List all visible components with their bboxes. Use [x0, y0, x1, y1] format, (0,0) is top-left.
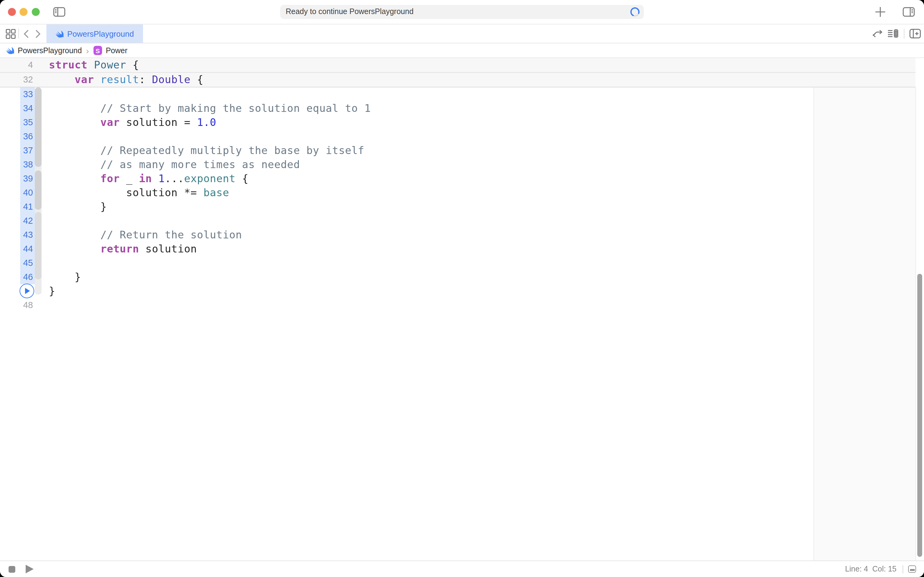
statusbar-divider	[903, 565, 903, 573]
line-number[interactable]: 46	[0, 270, 33, 284]
code-line: }	[0, 284, 813, 298]
breadcrumb-separator-icon: ›	[86, 46, 89, 55]
code-line: 46 }	[0, 270, 813, 284]
code-text[interactable]: }	[49, 270, 81, 284]
close-button[interactable]	[8, 8, 16, 16]
code-token: exponent	[184, 172, 236, 185]
code-text[interactable]: for _ in 1...exponent {	[49, 172, 248, 186]
line-number[interactable]: 38	[0, 158, 33, 172]
code-token: // Return the solution	[49, 229, 242, 241]
inspector-toggle-button[interactable]	[903, 7, 915, 17]
line-number[interactable]: 35	[0, 116, 33, 130]
activity-status-pill[interactable]: Ready to continue PowersPlayground	[280, 5, 644, 19]
line-number[interactable]: 39	[0, 172, 33, 186]
breadcrumb-symbol[interactable]: Power	[106, 46, 127, 55]
breadcrumb-project[interactable]: PowersPlayground	[18, 46, 82, 55]
swap-editors-button[interactable]	[871, 29, 884, 39]
code-text[interactable]: var solution = 1.0	[49, 116, 216, 130]
sticky-scope-header: 4 struct Power { 32 var result: Double {	[0, 58, 916, 87]
code-text[interactable]: // Start by making the solution equal to…	[49, 102, 371, 116]
forward-chevron-icon	[35, 29, 41, 39]
toolbar-divider	[904, 29, 905, 39]
code-lines: 33 34 // Start by making the solution eq…	[0, 87, 813, 312]
code-line: 43 // Return the solution	[0, 228, 813, 242]
line-number[interactable]: 44	[0, 242, 33, 256]
vertical-scrollbar[interactable]	[917, 274, 922, 557]
tab-label: PowersPlayground	[67, 29, 134, 38]
code-token: solution =	[120, 116, 197, 128]
sidebar-toggle-icon	[53, 7, 65, 17]
code-line: 34 // Start by making the solution equal…	[0, 102, 813, 116]
code-token: _	[120, 172, 139, 185]
line-number[interactable]: 40	[0, 186, 33, 200]
code-token: {	[236, 172, 248, 185]
line-number[interactable]: 41	[0, 200, 33, 214]
code-text[interactable]: }	[49, 284, 55, 298]
code-token: var	[101, 116, 120, 128]
code-text[interactable]: var result: Double {	[49, 73, 203, 87]
line-number[interactable]: 4	[0, 58, 33, 72]
code-line: 39 for _ in 1...exponent {	[0, 172, 813, 186]
code-token: }	[49, 285, 55, 297]
code-token: var	[74, 73, 94, 85]
code-token: result	[101, 73, 139, 85]
code-line: 38 // as many more times as needed	[0, 158, 813, 172]
line-number[interactable]: 32	[0, 73, 33, 87]
new-tab-button[interactable]	[875, 7, 885, 17]
title-bar: Ready to continue PowersPlayground	[0, 0, 924, 24]
line-number[interactable]: 34	[0, 102, 33, 116]
code-line: 4 struct Power {	[0, 58, 916, 73]
line-number[interactable]: 33	[0, 87, 33, 102]
code-token: {	[126, 59, 139, 71]
progress-spinner-icon	[630, 7, 640, 17]
traffic-lights	[8, 8, 39, 16]
code-token: {	[191, 73, 203, 85]
code-token: base	[203, 187, 229, 199]
line-number[interactable]: 48	[0, 298, 33, 312]
breadcrumb: PowersPlayground › S Power	[0, 44, 924, 58]
related-items-button[interactable]	[5, 28, 16, 39]
swift-icon	[56, 30, 64, 38]
code-token	[49, 172, 101, 185]
code-token: in	[139, 172, 152, 185]
status-bar: Line: 4 Col: 15	[0, 561, 924, 577]
toolbar-divider	[18, 29, 19, 39]
code-text[interactable]: solution *= base	[49, 186, 229, 200]
run-line-button[interactable]	[19, 284, 34, 298]
navigate-back-button[interactable]	[23, 29, 29, 39]
line-number[interactable]: 42	[0, 214, 33, 228]
results-list-button[interactable]	[887, 29, 899, 39]
bottom-panel-toggle-icon[interactable]	[908, 566, 916, 572]
code-token: 1.0	[197, 116, 216, 128]
code-token: struct	[49, 59, 87, 71]
minimize-button[interactable]	[19, 8, 27, 16]
code-text[interactable]: return solution	[49, 242, 197, 256]
code-text[interactable]: // as many more times as needed	[49, 158, 300, 172]
results-list-icon	[887, 29, 899, 39]
stop-button[interactable]	[8, 566, 15, 573]
line-number[interactable]: 37	[0, 143, 33, 158]
play-icon[interactable]	[26, 564, 34, 573]
related-items-icon	[5, 28, 16, 39]
code-text[interactable]: struct Power {	[49, 58, 139, 72]
playground-results-sidebar	[813, 87, 916, 561]
code-line: 32 var result: Double {	[0, 73, 916, 87]
code-text[interactable]: // Return the solution	[49, 228, 242, 242]
tab-bar: PowersPlayground	[0, 24, 924, 44]
add-editor-button[interactable]	[910, 29, 921, 39]
inspector-toggle-icon	[903, 7, 915, 17]
tab-powersplayground[interactable]: PowersPlayground	[47, 24, 143, 43]
sidebar-toggle-button[interactable]	[53, 7, 65, 17]
code-token: 1	[158, 172, 165, 185]
line-number[interactable]: 45	[0, 256, 33, 270]
play-icon	[25, 288, 30, 294]
zoom-button[interactable]	[31, 8, 39, 16]
line-number[interactable]: 36	[0, 130, 33, 143]
back-chevron-icon	[23, 29, 29, 39]
navigate-forward-button[interactable]	[35, 29, 41, 39]
line-number[interactable]: 43	[0, 228, 33, 242]
code-text[interactable]: }	[49, 200, 107, 214]
code-token: }	[49, 271, 81, 283]
code-text[interactable]: // Repeatedly multiply the base by itsel…	[49, 143, 364, 158]
swift-icon	[6, 47, 14, 55]
